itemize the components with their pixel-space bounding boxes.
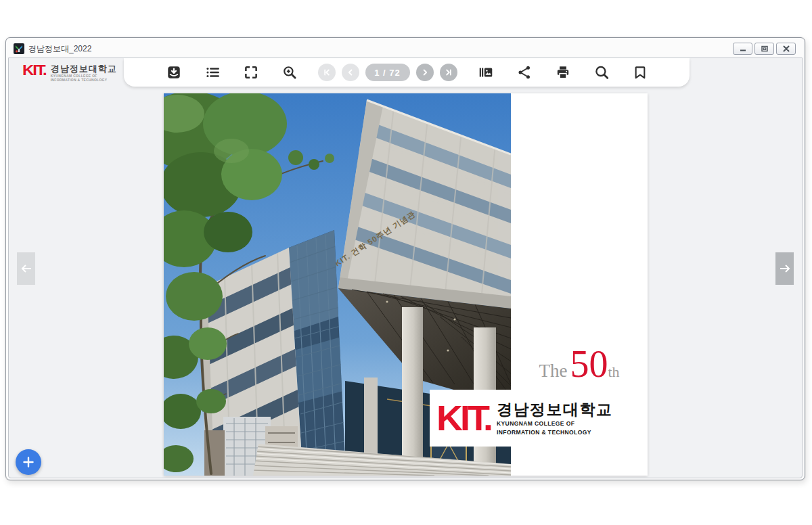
minimize-button[interactable] [733, 43, 752, 55]
thumbnails-button[interactable] [476, 62, 496, 83]
bookmark-button[interactable] [630, 62, 650, 83]
bookmark-icon [632, 64, 648, 81]
table-of-contents-icon [204, 64, 221, 81]
flip-prev-arrow[interactable] [17, 252, 35, 285]
brand-subline-2: INFORMATION & TECHNOLOGY [51, 78, 117, 82]
brand-name: 경남정보대학교 [51, 63, 117, 74]
table-of-contents-button[interactable] [202, 62, 223, 83]
print-button[interactable] [553, 62, 573, 83]
brand-mark: KIT. [22, 64, 46, 77]
anniversary-text: The 50th [511, 348, 648, 382]
anniversary-number: 50 [570, 343, 608, 385]
download-icon [166, 64, 182, 81]
zoom-in-button[interactable] [279, 62, 300, 83]
thumbnails-icon [478, 64, 494, 81]
window-title: 경남정보대_2022 [28, 43, 91, 55]
cover-logo-name: 경남정보대학교 [497, 401, 613, 418]
print-icon [555, 64, 571, 81]
next-page-button[interactable] [416, 64, 434, 81]
search-icon [593, 64, 610, 81]
maximize-icon [761, 45, 769, 53]
zoom-in-icon [281, 64, 298, 81]
last-page-button[interactable] [440, 64, 457, 81]
app-brand-logo: KIT. 경남정보대학교 KYUNGNAM COLLEGE OF INFORMA… [22, 63, 117, 82]
arrow-left-icon [20, 264, 32, 273]
page-indicator: 1 / 72 [365, 64, 410, 81]
first-page-icon [323, 68, 331, 76]
close-icon [782, 45, 790, 53]
plus-icon [22, 456, 35, 468]
anniversary-suffix: th [608, 363, 619, 380]
last-page-icon [445, 68, 453, 76]
prev-page-button[interactable] [342, 64, 359, 81]
next-page-icon [421, 68, 429, 76]
viewer-content: KIT. 경남정보대학교 KYUNGNAM COLLEGE OF INFORMA… [8, 58, 803, 478]
book-page-cover[interactable]: KIT. 건학 50주년 기념관 [164, 93, 648, 476]
anniversary-prefix: The [539, 361, 567, 381]
cover-logo: KIT. 경남정보대학교 KYUNGNAM COLLEGE OF INFORMA… [430, 390, 648, 447]
app-window: 경남정보대_2022 KIT. 경남정보대학교 [5, 37, 805, 480]
share-icon [516, 64, 533, 81]
close-button[interactable] [776, 43, 796, 55]
viewer-toolbar: 1 / 72 [124, 58, 690, 87]
fullscreen-button[interactable] [241, 62, 261, 83]
minimize-icon [739, 45, 747, 53]
fab-plus-button[interactable] [16, 449, 41, 475]
cover-logo-subline-2: INFORMATION & TECHNOLOGY [497, 429, 613, 436]
prev-page-icon [346, 68, 355, 76]
window-titlebar[interactable]: 경남정보대_2022 [8, 40, 803, 58]
maximize-button[interactable] [754, 43, 774, 55]
cover-logo-subline-1: KYUNGNAM COLLEGE OF [497, 420, 613, 427]
arrow-right-icon [779, 264, 791, 273]
cover-logo-mark: KIT. [436, 402, 491, 434]
search-button[interactable] [591, 62, 612, 83]
app-icon [14, 43, 24, 54]
flip-next-arrow[interactable] [775, 252, 794, 285]
page-navigation: 1 / 72 [318, 64, 457, 81]
fullscreen-icon [243, 64, 259, 81]
share-button[interactable] [514, 62, 535, 83]
download-button[interactable] [164, 62, 184, 83]
first-page-button[interactable] [318, 64, 336, 81]
